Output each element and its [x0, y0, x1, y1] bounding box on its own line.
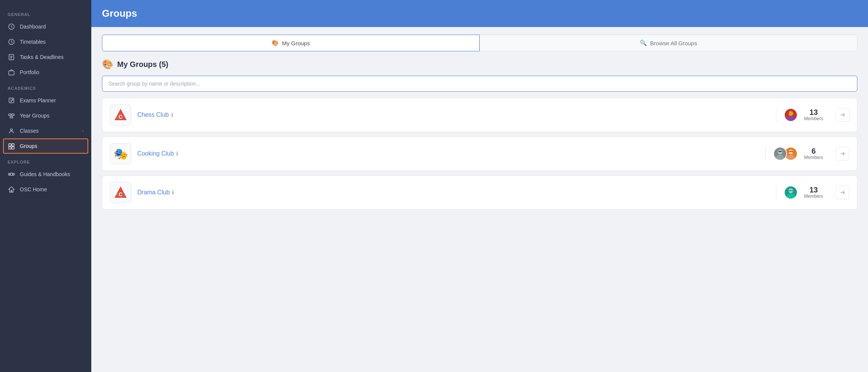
- avatar: [784, 108, 798, 122]
- drama-club-name[interactable]: Drama Club ℹ: [137, 189, 770, 196]
- section-title: 🎨 My Groups (5): [102, 59, 857, 70]
- sidebar-item-label: Guides & Handbooks: [20, 171, 70, 177]
- chess-club-count: 13 Members: [802, 108, 825, 121]
- svg-rect-4: [9, 98, 14, 103]
- cooking-club-icon: 🎭: [110, 143, 131, 164]
- sidebar-item-label: Exams Planner: [20, 97, 56, 103]
- sidebar-item-label: Classes: [20, 128, 39, 134]
- content-area: 🎨 My Groups 🔍 Browse All Groups 🎨 My Gro…: [91, 27, 868, 372]
- avatar: [773, 147, 787, 161]
- sidebar: General Dashboard Timetables Tasks & Dea…: [0, 0, 91, 372]
- main-content: Groups 🎨 My Groups 🔍 Browse All Groups 🎨…: [91, 0, 868, 372]
- classes-icon: [8, 127, 15, 135]
- sidebar-item-exams[interactable]: Exams Planner: [0, 93, 91, 108]
- group-card-chess: C A S Chess Club ℹ: [102, 98, 857, 132]
- browse-tab-label: Browse All Groups: [650, 40, 697, 46]
- chess-club-info-icon[interactable]: ℹ: [171, 112, 173, 118]
- page-header: Groups: [91, 0, 868, 27]
- svg-rect-12: [9, 147, 11, 149]
- drama-club-members: 13 Members: [776, 186, 825, 199]
- sidebar-item-timetables[interactable]: Timetables: [0, 34, 91, 49]
- sidebar-item-label: Groups: [20, 143, 37, 149]
- svg-text:S: S: [122, 115, 125, 119]
- portfolio-icon: [8, 68, 15, 76]
- svg-point-9: [10, 129, 12, 131]
- guides-icon: [8, 170, 15, 178]
- svg-text:C: C: [119, 191, 122, 197]
- section-title-text: My Groups (5): [117, 60, 168, 69]
- avatar: [784, 186, 798, 199]
- sidebar-item-dashboard[interactable]: Dashboard: [0, 19, 91, 34]
- svg-point-22: [789, 111, 793, 116]
- timetables-icon: [8, 38, 15, 46]
- svg-rect-6: [9, 114, 11, 116]
- svg-text:C: C: [119, 114, 122, 120]
- svg-rect-7: [12, 114, 14, 116]
- sidebar-item-osc[interactable]: OSC Home: [0, 182, 91, 197]
- tab-my-groups[interactable]: 🎨 My Groups: [102, 35, 480, 51]
- svg-rect-3: [9, 71, 14, 75]
- exams-icon: [8, 97, 15, 104]
- sidebar-item-label: Year Groups: [20, 113, 49, 119]
- chevron-right-icon: ›: [82, 128, 84, 134]
- cooking-club-action-button[interactable]: [836, 147, 849, 161]
- sidebar-section-explore: Explore: [0, 154, 91, 167]
- page-title: Groups: [102, 8, 857, 19]
- tasks-icon: [8, 53, 15, 61]
- svg-point-23: [787, 116, 795, 122]
- sidebar-section-academics: Academics: [0, 80, 91, 93]
- sidebar-item-classes[interactable]: Classes ›: [0, 123, 91, 138]
- svg-text:S: S: [122, 193, 125, 197]
- sidebar-item-label: OSC Home: [20, 186, 47, 192]
- svg-point-27: [776, 155, 784, 161]
- sidebar-item-portfolio[interactable]: Portfolio: [0, 65, 91, 80]
- svg-rect-28: [779, 151, 782, 152]
- sidebar-section-general: General: [0, 6, 91, 19]
- svg-rect-24: [788, 113, 790, 114]
- svg-text:A: A: [116, 115, 119, 119]
- my-groups-tab-label: My Groups: [282, 40, 310, 46]
- chess-club-icon: C A S: [110, 104, 131, 126]
- cooking-club-name[interactable]: Cooking Club ℹ: [137, 150, 759, 157]
- svg-point-38: [787, 194, 795, 199]
- cooking-club-count: 6 Members: [802, 147, 825, 160]
- drama-club-avatars: [784, 186, 798, 199]
- sidebar-item-groups[interactable]: Groups: [3, 138, 88, 154]
- tab-browse-all[interactable]: 🔍 Browse All Groups: [480, 35, 857, 51]
- drama-club-icon: C A S: [110, 182, 131, 203]
- osc-icon: [8, 186, 15, 193]
- search-input[interactable]: [102, 76, 857, 92]
- dashboard-icon: [8, 23, 15, 30]
- svg-point-31: [787, 155, 795, 161]
- section-icon: 🎨: [102, 59, 113, 70]
- sidebar-item-label: Portfolio: [20, 69, 39, 75]
- svg-text:A: A: [116, 193, 119, 197]
- chess-club-members: 13 Members: [776, 108, 825, 122]
- cooking-club-avatars: [773, 147, 798, 161]
- drama-club-info-icon[interactable]: ℹ: [172, 189, 174, 196]
- svg-rect-8: [10, 117, 13, 118]
- cooking-club-info-icon[interactable]: ℹ: [176, 151, 178, 157]
- chess-club-avatars: [784, 108, 798, 122]
- chess-club-action-button[interactable]: [836, 108, 849, 122]
- group-card-drama: C A S Drama Club ℹ: [102, 175, 857, 210]
- svg-rect-11: [12, 144, 14, 146]
- sidebar-item-label: Dashboard: [20, 24, 46, 30]
- groups-icon: [8, 142, 15, 150]
- svg-rect-13: [12, 147, 14, 149]
- drama-club-action-button[interactable]: [836, 186, 849, 199]
- sidebar-item-yeargroups[interactable]: Year Groups: [0, 108, 91, 123]
- svg-rect-10: [9, 144, 11, 146]
- browse-tab-icon: 🔍: [640, 40, 647, 46]
- drama-club-count: 13 Members: [802, 186, 825, 199]
- group-card-cooking: 🎭 Cooking Club ℹ: [102, 137, 857, 171]
- sidebar-item-label: Tasks & Deadlines: [20, 54, 64, 60]
- svg-point-5: [12, 99, 13, 100]
- sidebar-item-tasks[interactable]: Tasks & Deadlines: [0, 49, 91, 65]
- tab-bar: 🎨 My Groups 🔍 Browse All Groups: [102, 35, 857, 51]
- sidebar-item-guides[interactable]: Guides & Handbooks: [0, 167, 91, 182]
- sidebar-item-label: Timetables: [20, 39, 46, 45]
- my-groups-tab-icon: 🎨: [272, 40, 279, 46]
- chess-club-name[interactable]: Chess Club ℹ: [137, 111, 770, 118]
- yeargroups-icon: [8, 112, 15, 119]
